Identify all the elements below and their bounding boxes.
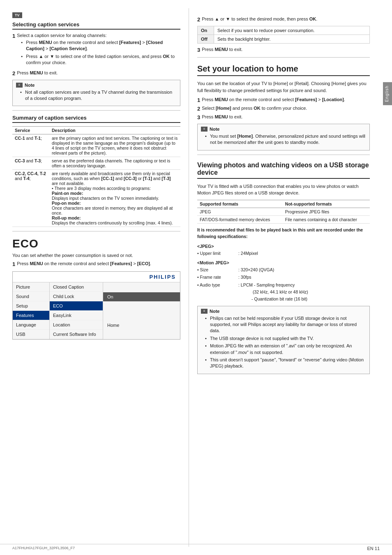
right-column: 2 Press ▲ or ▼ to select the desired mod… <box>189 8 382 547</box>
spec-val-fps: : 30fps <box>238 274 370 281</box>
mode-off: Off <box>198 35 214 44</box>
home-step1-row: 1 Press MENU on the remote control and s… <box>197 97 370 103</box>
divider-2 <box>12 231 180 231</box>
home-step1-number: 1 <box>197 97 200 103</box>
bullet-item: Press MENU on the remote control and sel… <box>21 39 180 52</box>
caption-table: Service Description CC-1 and T-1; are th… <box>12 126 180 227</box>
spec-row-audio: • Audio type : LPCM - Sampling frequency… <box>197 282 370 302</box>
eco-intro: You can set whether the power consumptio… <box>12 253 180 258</box>
home-note-header: ≡ Note <box>201 127 366 132</box>
menu-center-panel: Closed Caption Child Lock ECO EasyLink L… <box>50 282 103 339</box>
usb-note-bullet: Motion JPEG file with an extension of ".… <box>205 343 366 356</box>
desc-cc1: are the primary caption and text service… <box>49 134 180 157</box>
eco-title: ECO <box>12 237 180 250</box>
spec-key-fps: • Frame rate <box>197 274 238 281</box>
menu-center-software[interactable]: Current Software Info <box>50 330 103 339</box>
home-note-box: ≡ Note You must set [Home]. Otherwise, p… <box>197 124 370 150</box>
menu-center-closedcaption[interactable]: Closed Caption <box>50 282 103 292</box>
r-step3-number: 3 <box>197 47 200 53</box>
usb-note-label: Note <box>210 309 219 314</box>
home-title: Set your location to home <box>197 64 370 76</box>
home-note-bullets: You must set [Home]. Otherwise, personal… <box>201 133 366 146</box>
mode-table: On Select if you want to reduce power co… <box>197 26 370 44</box>
eco-step1-content: Press MENU on the remote control and sel… <box>17 261 180 266</box>
usb-note-bullets: Philips can not be held responsible if y… <box>201 315 366 370</box>
menu-left-sound[interactable]: Sound <box>13 292 49 301</box>
menu-left-picture[interactable]: Picture <box>13 282 49 292</box>
menu-center-eco[interactable]: ECO <box>50 301 103 311</box>
usb-note-bullet: The USB storage device is not supplied w… <box>205 335 366 342</box>
usb-table-row: JPEG Progressive JPEG files <box>197 208 370 215</box>
home-step3-row: 3 Press MENU to exit. <box>197 114 370 120</box>
step1-content: Select a caption service for analog chan… <box>17 33 180 68</box>
note-label-1: Note <box>25 83 35 88</box>
home-step2-content: Select [Home] and press OK to confirm yo… <box>202 106 370 111</box>
spec-row-size: • Size : 320×240 (QVGA) <box>197 266 370 273</box>
home-step3-content: Press MENU to exit. <box>202 114 370 119</box>
home-step1-content: Press MENU on the remote control and sel… <box>202 97 370 102</box>
menu-center-location[interactable]: Location <box>50 320 103 330</box>
note-icon-1: ≡ <box>16 83 23 88</box>
spec-val-upper: : 24Mpixel <box>238 250 370 257</box>
menu-right-panel: On Home <box>103 282 180 339</box>
divider-1 <box>12 110 180 111</box>
service-cc3: CC-3 and T-3; <box>12 157 49 170</box>
step2-row: 2 Press MENU to exit. <box>12 70 180 76</box>
usb-note-box: ≡ Note Philips can not be held responsib… <box>197 306 370 374</box>
motion-jpeg-specs: <Motion JPEG> • Size : 320×240 (QVGA) • … <box>197 259 370 303</box>
step1-row: 1 Select a caption service for analog ch… <box>12 33 180 68</box>
usb-dotchar: File names containing a dot character <box>283 215 370 223</box>
col-service: Service <box>12 127 49 134</box>
motion-label: <Motion JPEG> <box>197 259 370 266</box>
r-divider-1 <box>197 57 370 58</box>
table-row: CC-3 and T-3; serve as the preferred dat… <box>12 157 180 170</box>
step2-number: 2 <box>12 70 15 76</box>
eco-step1-row: 1 Press MENU on the remote control and s… <box>12 261 180 267</box>
english-tab: English <box>383 82 392 105</box>
desc-cc2: are rarely available and broadcasters us… <box>49 170 180 227</box>
menu-left-features[interactable]: Features <box>13 311 49 320</box>
menu-center-childlock[interactable]: Child Lock <box>50 292 103 301</box>
jpeg-specs: <JPEG> • Upper limit : 24Mpixel <box>197 243 370 257</box>
usb-title: Viewing photos and watching videos on a … <box>197 162 370 179</box>
menu-left-setup[interactable]: Setup <box>13 301 49 311</box>
usb-table-row: FAT/DOS-formatted memory devices File na… <box>197 215 370 223</box>
desc-cc3: serve as the preferred data channels. Th… <box>49 157 180 170</box>
home-step2-row: 2 Select [Home] and press OK to confirm … <box>197 106 370 112</box>
menu-right-home[interactable]: Home <box>103 321 180 330</box>
usb-table: Supported formats Not-supported formats … <box>197 200 370 224</box>
usb-col-notsupported: Not-supported formats <box>283 200 370 208</box>
note-bullet: Not all caption services are used by a T… <box>20 89 177 102</box>
spec-key-upper: • Upper limit <box>197 250 238 257</box>
menu-left-language[interactable]: Language <box>13 320 49 330</box>
note-header-1: ≡ Note <box>16 83 177 88</box>
r-step2-row: 2 Press ▲ or ▼ to select the desired mod… <box>197 16 370 23</box>
spec-row-upperlimit: • Upper limit : 24Mpixel <box>197 250 370 257</box>
menu-left-panel: Picture Sound Setup Features Language US… <box>13 282 50 339</box>
menu-left-usb[interactable]: USB <box>13 330 49 339</box>
usb-fat: FAT/DOS-formatted memory devices <box>197 215 283 223</box>
step2-content: Press MENU to exit. <box>17 70 180 75</box>
service-cc2: CC-2, CC-4, T-2 and T-4; <box>12 170 49 227</box>
table-header-row: Service Description <box>12 127 180 134</box>
r-step2-content: Press ▲ or ▼ to select the desired mode,… <box>202 16 370 21</box>
note-box-1: ≡ Note Not all caption services are used… <box>12 80 180 106</box>
menu-right-on[interactable]: On <box>103 292 180 301</box>
mode-on: On <box>198 26 214 35</box>
col-description: Description <box>49 127 180 134</box>
spec-val-audio: : LPCM - Sampling frequency (32 kHz, 44.… <box>238 282 370 302</box>
spec-key-size: • Size <box>197 266 238 273</box>
eco-step1-number: 1 <box>12 261 15 267</box>
table-row: CC-2, CC-4, T-2 and T-4; are rarely avai… <box>12 170 180 227</box>
spec-key-audio: • Audio type <box>197 282 238 302</box>
home-note-label: Note <box>210 127 219 132</box>
section2-title: Summary of caption services <box>12 115 180 123</box>
mode-row-off: Off Sets the backlight brighter. <box>198 35 370 44</box>
usb-jpeg: JPEG <box>197 208 283 215</box>
usb-note-header: ≡ Note <box>201 309 366 314</box>
note-bullets-1: Not all caption services are used by a T… <box>16 89 177 102</box>
home-step2-number: 2 <box>197 106 200 112</box>
menu-center-easylink[interactable]: EasyLink <box>50 311 103 320</box>
service-cc1: CC-1 and T-1; <box>12 134 49 157</box>
table-row: CC-1 and T-1; are the primary caption an… <box>12 134 180 157</box>
